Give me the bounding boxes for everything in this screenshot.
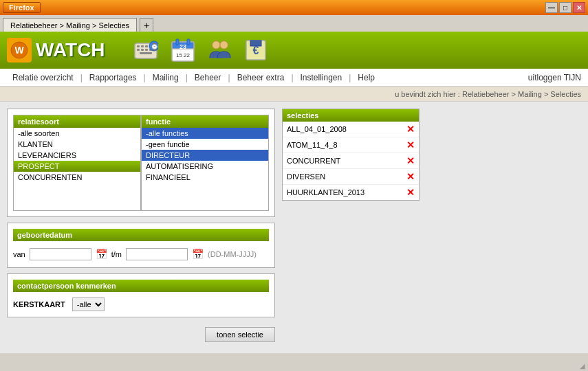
geboortedatum-header: geboortedatum xyxy=(13,229,269,241)
tm-label: t/m xyxy=(111,250,122,258)
logo-text: WATCH xyxy=(36,39,105,61)
logo: W WATCH xyxy=(7,38,105,63)
tab-label: Relatiebeheer > Mailing > Selecties xyxy=(10,21,129,30)
left-panel: relatiesoort -alle soorten KLANTEN LEVER… xyxy=(7,109,275,346)
tab-bar: Relatiebeheer > Mailing > Selecties + xyxy=(0,15,588,32)
contactpersoon-section: contactpersoon kenmerken KERSTKAART -all… xyxy=(7,273,275,317)
list-item[interactable]: -alle soorten xyxy=(14,128,140,139)
functie-list[interactable]: -alle functies -geen functie DIRECTEUR A… xyxy=(142,128,268,210)
window-controls: — □ ✕ xyxy=(545,2,585,13)
selectie-name[interactable]: ATOM_11_4_8 xyxy=(287,141,338,149)
delete-selectie-button[interactable]: ✕ xyxy=(406,124,415,135)
list-item[interactable]: AUTOMATISERING xyxy=(142,161,268,172)
selecties-header: selecties xyxy=(283,109,419,122)
selectie-item: ATOM_11_4_8 ✕ xyxy=(283,137,419,153)
people-icon[interactable] xyxy=(207,37,233,63)
euro-icon[interactable]: € xyxy=(244,37,270,63)
selectie-item: ALL_04_01_2008 ✕ xyxy=(283,122,419,137)
selectie-name[interactable]: HUURKLANTEN_2013 xyxy=(287,188,364,196)
selectie-name[interactable]: DIVERSEN xyxy=(287,172,325,181)
calendar-icon[interactable]: 23 15 22 xyxy=(170,37,196,63)
list-item[interactable]: -geen functie xyxy=(142,139,268,150)
nav-beheer-extra[interactable]: Beheer extra xyxy=(232,70,290,85)
relatiesoort-header: relatiesoort xyxy=(14,115,140,128)
nav-rapportages[interactable]: Rapportages xyxy=(84,70,142,85)
van-label: van xyxy=(13,250,25,258)
selectie-name[interactable]: ALL_04_01_2008 xyxy=(287,125,347,133)
header-nav-icons: ⌚ 23 15 22 xyxy=(133,37,270,63)
svg-rect-8 xyxy=(141,49,144,51)
right-panel: selecties ALL_04_01_2008 ✕ ATOM_11_4_8 ✕… xyxy=(282,109,420,346)
logout-link[interactable]: uitloggen TIJN xyxy=(528,73,581,82)
relatiesoort-functie-section: relatiesoort -alle soorten KLANTEN LEVER… xyxy=(7,109,275,217)
svg-rect-7 xyxy=(137,49,140,51)
kenmerk-select[interactable]: -alle ja nee xyxy=(72,297,105,311)
selectie-item: DIVERSEN ✕ xyxy=(283,169,419,185)
list-item[interactable]: FINANCIEEL xyxy=(142,172,268,183)
nav-beheer[interactable]: Beheer xyxy=(189,70,227,85)
svg-text:€: € xyxy=(252,45,259,56)
app-header: W WATCH ⌚ xyxy=(0,32,588,69)
svg-point-21 xyxy=(220,41,228,49)
svg-text:15 22: 15 22 xyxy=(176,52,190,58)
nav-help[interactable]: Help xyxy=(352,70,380,85)
svg-text:23: 23 xyxy=(179,43,186,50)
list-item[interactable]: LEVERANCIERS xyxy=(14,150,140,161)
list-item-selected[interactable]: DIRECTEUR xyxy=(142,150,268,161)
delete-selectie-button[interactable]: ✕ xyxy=(406,155,415,166)
selectie-item: HUURKLANTEN_2013 ✕ xyxy=(283,185,419,200)
kenmerk-label: KERSTKAART xyxy=(13,300,65,308)
selecties-box: selecties ALL_04_01_2008 ✕ ATOM_11_4_8 ✕… xyxy=(282,109,420,201)
geboortedatum-section: geboortedatum van 📅 t/m 📅 (DD-MM-JJJJ) xyxy=(7,223,275,268)
window-maximize-button[interactable]: □ xyxy=(559,2,571,13)
list-item[interactable]: CONCURRENTEN xyxy=(14,172,140,183)
breadcrumb-text: u bevindt zich hier : Relatiebeheer > Ma… xyxy=(395,90,581,98)
list-item[interactable]: KLANTEN xyxy=(14,139,140,150)
svg-rect-17 xyxy=(176,39,179,45)
tonen-selectie-button[interactable]: tonen selectie xyxy=(205,327,275,342)
breadcrumb: u bevindt zich hier : Relatiebeheer > Ma… xyxy=(0,87,588,102)
main-content: relatiesoort -alle soorten KLANTEN LEVER… xyxy=(0,102,588,353)
list-item-selected[interactable]: -alle functies xyxy=(142,128,268,139)
svg-text:⌚: ⌚ xyxy=(150,43,158,51)
nav-relatie-overzicht[interactable]: Relatie overzicht xyxy=(7,70,79,85)
relatiesoort-list[interactable]: -alle soorten KLANTEN LEVERANCIERS PROSP… xyxy=(14,128,140,210)
new-tab-button[interactable]: + xyxy=(140,18,153,32)
resize-corner[interactable]: ◢ xyxy=(580,362,585,370)
svg-rect-9 xyxy=(145,49,148,51)
svg-text:W: W xyxy=(14,45,24,56)
delete-selectie-button[interactable]: ✕ xyxy=(406,171,415,182)
keyboard-icon[interactable]: ⌚ xyxy=(133,37,159,63)
nav-menu: Relatie overzicht | Rapportages | Mailin… xyxy=(0,69,588,87)
selectie-name[interactable]: CONCURRENT xyxy=(287,157,340,165)
tonen-row: tonen selectie xyxy=(7,323,275,346)
delete-selectie-button[interactable]: ✕ xyxy=(406,187,415,198)
van-date-input[interactable] xyxy=(30,248,91,260)
svg-rect-18 xyxy=(187,39,190,45)
functie-header: functie xyxy=(142,115,268,128)
tm-calendar-icon[interactable]: 📅 xyxy=(192,249,204,260)
window-minimize-button[interactable]: — xyxy=(545,2,558,13)
svg-rect-5 xyxy=(145,45,148,47)
delete-selectie-button[interactable]: ✕ xyxy=(406,139,415,150)
logo-icon: W xyxy=(7,38,32,63)
firefox-menu-button[interactable]: Firefox xyxy=(3,2,41,13)
kenmerk-row: KERSTKAART -alle ja nee xyxy=(13,297,269,311)
nav-mailing[interactable]: Mailing xyxy=(147,70,184,85)
svg-rect-3 xyxy=(137,45,140,47)
contactpersoon-header: contactpersoon kenmerken xyxy=(13,280,269,292)
tm-date-input[interactable] xyxy=(126,248,188,260)
title-bar: Firefox — □ ✕ xyxy=(0,0,588,15)
window-close-button[interactable]: ✕ xyxy=(573,2,585,13)
date-row: van 📅 t/m 📅 (DD-MM-JJJJ) xyxy=(13,247,269,262)
svg-point-20 xyxy=(212,41,219,49)
browser-tab[interactable]: Relatiebeheer > Mailing > Selecties xyxy=(3,18,137,32)
svg-rect-11 xyxy=(140,52,152,54)
van-calendar-icon[interactable]: 📅 xyxy=(96,249,107,260)
rel-func-lists: relatiesoort -alle soorten KLANTEN LEVER… xyxy=(13,115,269,211)
svg-rect-4 xyxy=(141,45,144,47)
nav-instellingen[interactable]: Instellingen xyxy=(295,70,348,85)
relatiesoort-listbox: relatiesoort -alle soorten KLANTEN LEVER… xyxy=(13,115,141,211)
date-format-hint: (DD-MM-JJJJ) xyxy=(208,250,257,258)
list-item-selected[interactable]: PROSPECT xyxy=(14,161,140,172)
